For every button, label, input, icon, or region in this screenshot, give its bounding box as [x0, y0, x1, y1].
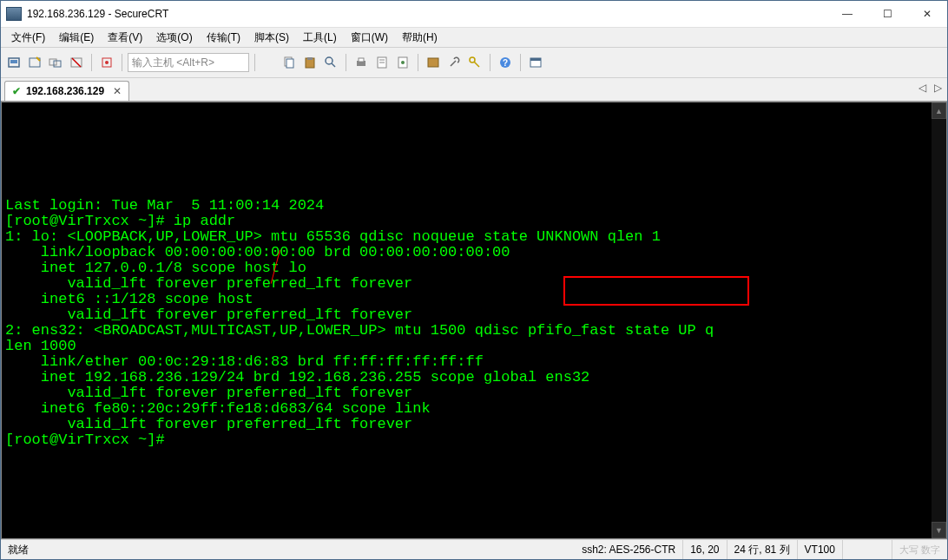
terminal-line: valid_lft forever preferred_lft forever [5, 276, 928, 292]
status-size: 24 行, 81 列 [727, 540, 798, 559]
terminal-line: [root@VirTrxcx ~]# ip addr [5, 214, 928, 229]
status-ready: 就绪 [1, 540, 36, 559]
terminal-line: inet 192.168.236.129/24 brd 192.168.236.… [5, 370, 928, 385]
svg-rect-3 [49, 59, 56, 65]
titlebar: 192.168.236.129 - SecureCRT — ☐ ✕ [1, 1, 947, 28]
statusbar: 就绪 ssh2: AES-256-CTR 16, 20 24 行, 81 列 V… [1, 539, 947, 559]
toolbar-separator [91, 54, 92, 71]
terminal-line: Last login: Tue Mar 5 11:00:14 2024 [5, 198, 928, 214]
scroll-track[interactable] [932, 119, 946, 522]
settings-icon[interactable] [97, 53, 116, 72]
terminal-line: inet6 fe80::20c:29ff:fe18:d683/64 scope … [5, 401, 928, 417]
svg-rect-1 [10, 60, 17, 63]
svg-rect-12 [307, 57, 313, 60]
log-icon[interactable] [424, 53, 443, 72]
menu-tools[interactable]: 工具(L) [296, 29, 344, 47]
menu-view[interactable]: 查看(V) [101, 29, 149, 47]
properties-icon[interactable] [372, 53, 392, 72]
maximize-button[interactable]: ☐ [867, 1, 907, 27]
terminal-line: valid_lft forever preferred_lft forever [5, 385, 928, 401]
status-watermark: 大写 数字 [892, 544, 947, 557]
find-icon[interactable] [321, 53, 340, 72]
terminal-output[interactable]: Last login: Tue Mar 5 11:00:14 2024[root… [2, 102, 932, 538]
minimize-button[interactable]: — [827, 1, 867, 27]
toolbar-separator [122, 54, 122, 71]
menu-help[interactable]: 帮助(H) [395, 29, 444, 47]
tabstrip: ✔ 192.168.236.129 ✕ ◁ ▷ [1, 78, 947, 102]
window-title: 192.168.236.129 - SecureCRT [27, 8, 827, 20]
paste-icon[interactable] [300, 53, 319, 72]
toolbar: 输入主机 <Alt+R> ? [1, 48, 947, 78]
tools-icon[interactable] [444, 53, 464, 72]
status-term: VT100 [798, 540, 843, 559]
svg-point-8 [105, 61, 109, 64]
terminal-line: link/loopback 00:00:00:00:00:00 brd 00:0… [5, 245, 928, 260]
quick-connect-icon[interactable] [25, 53, 44, 72]
host-input[interactable]: 输入主机 <Alt+R> [128, 53, 249, 72]
menu-window[interactable]: 窗口(W) [344, 29, 395, 47]
copy-icon[interactable] [280, 53, 299, 72]
print-icon[interactable] [352, 53, 371, 72]
scroll-down-button[interactable]: ▼ [932, 522, 946, 538]
svg-rect-10 [286, 59, 293, 68]
status-cipher: ssh2: AES-256-CTR [575, 540, 683, 559]
tab-close-button[interactable]: ✕ [113, 85, 122, 97]
toolbar-separator [418, 54, 418, 71]
connect-icon[interactable] [4, 53, 23, 72]
svg-point-13 [326, 57, 332, 64]
toolbar-separator [346, 54, 346, 71]
svg-rect-28 [530, 58, 541, 61]
terminal-pane: Last login: Tue Mar 5 11:00:14 2024[root… [1, 102, 947, 539]
terminal-line: [root@VirTrxcx ~]# [5, 432, 928, 448]
svg-line-24 [474, 62, 479, 67]
svg-text:?: ? [503, 58, 508, 68]
menu-transfer[interactable]: 传输(T) [200, 29, 247, 47]
svg-rect-4 [54, 61, 61, 67]
menu-options[interactable]: 选项(O) [149, 29, 199, 47]
tab-nav-left[interactable]: ◁ [916, 82, 928, 94]
svg-line-6 [72, 58, 81, 67]
app-icon [6, 7, 22, 21]
tab-nav-right[interactable]: ▷ [932, 82, 944, 94]
terminal-line: inet6 ::1/128 scope host [5, 292, 928, 307]
toolbar-separator [254, 54, 255, 71]
help-icon[interactable]: ? [496, 53, 515, 72]
terminal-line: len 1000 [5, 339, 928, 354]
menu-script[interactable]: 脚本(S) [247, 29, 296, 47]
reconnect-icon[interactable] [46, 53, 65, 72]
session-tab[interactable]: ✔ 192.168.236.129 ✕ [4, 81, 129, 101]
key-icon[interactable] [465, 53, 484, 72]
toolbar-separator [520, 54, 521, 71]
terminal-line: valid_lft forever preferred_lft forever [5, 307, 928, 323]
terminal-line: link/ether 00:0c:29:18:d6:83 brd ff:ff:f… [5, 354, 928, 370]
menubar: 文件(F) 编辑(E) 查看(V) 选项(O) 传输(T) 脚本(S) 工具(L… [1, 28, 947, 48]
menu-edit[interactable]: 编辑(E) [52, 29, 101, 47]
connected-check-icon: ✔ [12, 85, 21, 97]
tab-label: 192.168.236.129 [26, 85, 104, 97]
app-window: 192.168.236.129 - SecureCRT — ☐ ✕ 文件(F) … [0, 0, 948, 560]
svg-rect-22 [428, 58, 438, 67]
terminal-scrollbar[interactable]: ▲ ▼ [932, 102, 946, 538]
terminal-line: inet 127.0.0.1/8 scope host lo [5, 260, 928, 276]
new-window-icon[interactable] [526, 53, 545, 72]
terminal-line: 2: ens32: <BROADCAST,MULTICAST,UP,LOWER_… [5, 323, 928, 339]
options-icon[interactable] [393, 53, 412, 72]
disconnect-icon[interactable] [67, 53, 86, 72]
terminal-line: 1: lo: <LOOPBACK,UP,LOWER_UP> mtu 65536 … [5, 229, 928, 245]
close-button[interactable]: ✕ [907, 1, 947, 27]
scroll-up-button[interactable]: ▲ [932, 102, 946, 119]
menu-file[interactable]: 文件(F) [4, 29, 52, 47]
svg-rect-16 [359, 58, 364, 62]
status-cursor: 16, 20 [683, 540, 727, 559]
toolbar-separator [490, 54, 490, 71]
svg-point-21 [401, 61, 405, 64]
svg-line-14 [332, 63, 335, 67]
terminal-line: valid_lft forever preferred_lft forever [5, 417, 928, 432]
